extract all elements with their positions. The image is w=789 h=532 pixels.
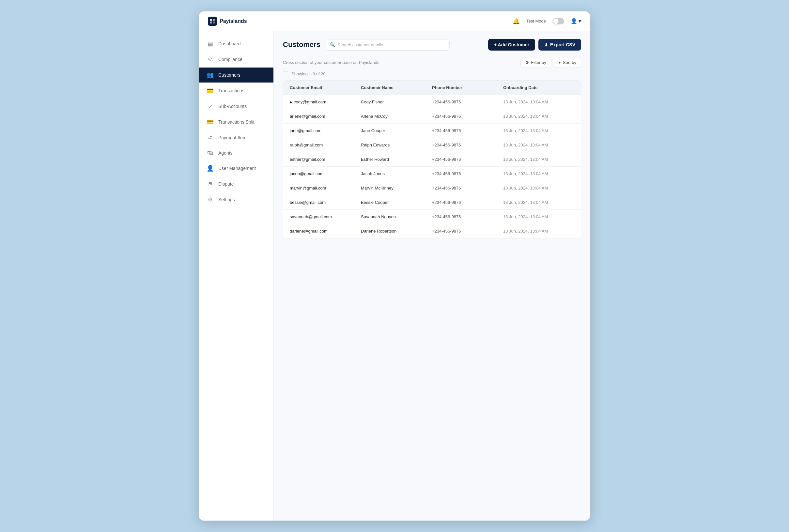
cell-date: 13 Jun, 2024. 13:04 AM: [503, 157, 574, 162]
cell-email: ralph@gmail.com: [290, 142, 361, 148]
sidebar-label-compliance: Compliance: [218, 57, 242, 62]
export-csv-button[interactable]: ⬇ Export CSV: [539, 39, 581, 51]
svg-rect-2: [210, 21, 212, 23]
sidebar-label-payment-item: Payment Item: [218, 135, 246, 140]
sidebar-label-agents: Agents: [218, 150, 233, 156]
sub-accounts-icon: ↙: [207, 103, 214, 110]
compliance-icon: ⚖: [207, 56, 214, 63]
cell-date: 13 Jun, 2024. 13:04 AM: [503, 99, 574, 104]
sidebar-label-transactions: Transactions: [218, 88, 244, 93]
search-icon: 🔍: [330, 42, 335, 47]
sidebar: ▤ Dashboard ⚖ Compliance 👥 Customers 💳 T…: [199, 31, 274, 520]
table-row[interactable]: darlene@gmail.com Darlene Robertson +234…: [283, 224, 581, 238]
cell-email: jacob@gmail.com: [290, 171, 361, 176]
count-row: Showing 1-9 of 20: [283, 71, 581, 76]
cell-name: Savannah Nguyen: [361, 214, 432, 219]
table-row[interactable]: esther@gmail.com Esther Howard +234-456-…: [283, 152, 581, 166]
table-row[interactable]: savannah@gmail.com Savannah Nguyen +234-…: [283, 209, 581, 224]
test-mode-label: Test Mode: [526, 19, 546, 23]
filter-sort-row: ⚙ Filter by ▾ Sort by: [521, 57, 581, 68]
sidebar-item-dashboard[interactable]: ▤ Dashboard: [199, 36, 274, 51]
main-layout: ▤ Dashboard ⚖ Compliance 👥 Customers 💳 T…: [199, 31, 590, 520]
content-header: Customers 🔍 + Add Customer ⬇ Export CSV: [283, 39, 581, 51]
table-row[interactable]: arlene@gmail.com Arlene McCoy +234-456-9…: [283, 109, 581, 123]
table-header-cell: Customer Email: [290, 85, 361, 90]
sidebar-label-customers: Customers: [218, 72, 241, 78]
cell-date: 13 Jun, 2024. 13:04 AM: [503, 214, 574, 219]
topbar-right: 🔔 Test Mode 👤 ▾: [513, 18, 581, 25]
filter-label: Filter by: [531, 60, 546, 65]
table-row[interactable]: ralph@gmail.com Ralph Edwards +234-456-9…: [283, 138, 581, 152]
sidebar-item-settings[interactable]: ⚙ Settings: [199, 192, 274, 207]
export-label: Export CSV: [550, 42, 575, 47]
sidebar-label-user-management: User Management: [218, 166, 256, 171]
search-input[interactable]: [326, 39, 450, 51]
topbar: Payislands 🔔 Test Mode 👤 ▾: [199, 12, 590, 31]
sidebar-item-compliance[interactable]: ⚖ Compliance: [199, 52, 274, 67]
test-mode-toggle[interactable]: [552, 18, 564, 24]
sidebar-label-sub-accounts: Sub-Accounts: [218, 104, 247, 109]
select-all-checkbox[interactable]: [283, 71, 288, 76]
table-body: cody@gmail.com Cody Fisher +234-456-9876…: [283, 95, 581, 238]
main-content: Customers 🔍 + Add Customer ⬇ Export CSV …: [274, 31, 590, 520]
download-icon: ⬇: [544, 42, 548, 47]
cell-phone: +234-456-9876: [432, 114, 503, 119]
cell-phone: +234-456-9876: [432, 142, 503, 148]
sidebar-item-agents[interactable]: 🛍 Agents: [199, 146, 274, 160]
table-header-cell: Customer Name: [361, 85, 432, 90]
sidebar-item-transactions-split[interactable]: 💳 Transactions Split: [199, 114, 274, 130]
settings-icon: ⚙: [207, 196, 214, 203]
notification-icon[interactable]: 🔔: [513, 18, 520, 25]
showing-count: Showing 1-9 of 20: [292, 72, 326, 76]
filter-icon: ⚙: [525, 60, 529, 65]
cell-name: Ralph Edwards: [361, 142, 432, 148]
cell-email: jane@gmail.com: [290, 128, 361, 133]
table-row[interactable]: cody@gmail.com Cody Fisher +234-456-9876…: [283, 95, 581, 109]
table-row[interactable]: jacob@gmail.com Jacob Jones +234-456-987…: [283, 166, 581, 181]
cell-name: Arlene McCoy: [361, 114, 432, 119]
cell-name: Marvin McKinney: [361, 186, 432, 190]
customers-table: Customer EmailCustomer NamePhone NumberO…: [283, 80, 581, 239]
logo-icon: [208, 17, 217, 26]
sidebar-item-user-management[interactable]: 👤 User Management: [199, 161, 274, 176]
sort-label: Sort by: [563, 60, 576, 65]
chevron-down-icon: ▾: [579, 18, 581, 24]
cell-phone: +234-456-9876: [432, 186, 503, 190]
user-management-icon: 👤: [207, 165, 214, 172]
sidebar-item-sub-accounts[interactable]: ↙ Sub-Accounts: [199, 99, 274, 114]
table-row[interactable]: marvin@gmail.com Marvin McKinney +234-45…: [283, 181, 581, 195]
user-menu[interactable]: 👤 ▾: [571, 18, 581, 24]
cell-email: darlene@gmail.com: [290, 229, 361, 233]
cell-email: cody@gmail.com: [290, 99, 361, 104]
sidebar-item-customers[interactable]: 👥 Customers: [199, 68, 274, 82]
cell-name: Jacob Jones: [361, 171, 432, 176]
sidebar-label-transactions-split: Transactions Split: [218, 119, 255, 125]
cell-email: savannah@gmail.com: [290, 214, 361, 219]
add-customer-button[interactable]: + Add Customer: [488, 39, 535, 51]
sidebar-item-transactions[interactable]: 💳 Transactions: [199, 83, 274, 98]
cell-name: Bessie Cooper: [361, 200, 432, 205]
cell-phone: +234-456-9876: [432, 214, 503, 219]
sidebar-item-dispute[interactable]: ⚑ Dispute: [199, 176, 274, 191]
table-row[interactable]: bessie@gmail.com Bessie Cooper +234-456-…: [283, 195, 581, 209]
dashboard-icon: ▤: [207, 40, 214, 47]
cell-phone: +234-456-9876: [432, 99, 503, 104]
cell-date: 13 Jun, 2024. 13:04 AM: [503, 128, 574, 133]
sidebar-item-payment-item[interactable]: 🗂 Payment Item: [199, 130, 274, 145]
sort-button[interactable]: ▾ Sort by: [554, 57, 581, 68]
search-wrapper: 🔍: [326, 39, 450, 51]
table-row[interactable]: jane@gmail.com Jane Cooper +234-456-9876…: [283, 123, 581, 138]
filter-button[interactable]: ⚙ Filter by: [521, 57, 551, 68]
transactions-icon: 💳: [207, 87, 214, 94]
svg-rect-0: [210, 19, 212, 21]
cell-email: esther@gmail.com: [290, 157, 361, 162]
customers-icon: 👥: [207, 72, 214, 79]
app-window: Payislands 🔔 Test Mode 👤 ▾ ▤ Dashboard ⚖…: [199, 12, 590, 520]
cell-date: 13 Jun, 2024. 13:04 AM: [503, 171, 574, 176]
cell-phone: +234-456-9876: [432, 229, 503, 233]
cell-phone: +234-456-9876: [432, 128, 503, 133]
payment-item-icon: 🗂: [207, 134, 214, 141]
sidebar-label-dispute: Dispute: [218, 182, 233, 187]
agents-icon: 🛍: [207, 149, 214, 156]
dispute-icon: ⚑: [207, 180, 214, 188]
